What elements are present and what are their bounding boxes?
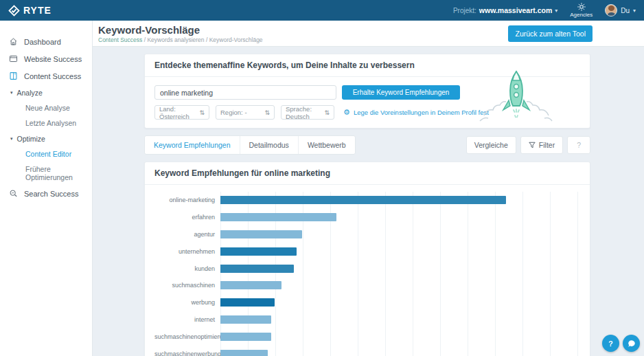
chart-row: erfahren: [154, 209, 580, 226]
tab-keyword-empfehlungen[interactable]: Keyword Empfehlungen: [145, 136, 240, 154]
sidebar-item-label: Search Success: [24, 190, 78, 198]
chat-fab[interactable]: [623, 335, 640, 352]
top-navbar: RYTE Projekt: www.massiveart.com ▾ Agenc…: [0, 0, 644, 21]
bar-label: suchmaschinenwerbung: [154, 351, 220, 356]
agencies-sun-icon: [577, 3, 586, 11]
page-title: Keyword-Vorschläge: [98, 24, 263, 36]
profile-settings-link-label: Lege die Voreinstellungen in Deinem Prof…: [354, 109, 489, 116]
sidebar: Dashboard Website Success Content Succes…: [0, 21, 93, 356]
discover-keywords-panel: Entdecke themenaffine Keywords, um Deine…: [144, 54, 590, 129]
chat-bubble-icon: [628, 340, 636, 348]
sidebar-item-content-success[interactable]: Content Success: [0, 67, 92, 85]
agencies-label: Agencies: [570, 12, 593, 18]
discover-panel-title: Entdecke themenaffine Keywords, um Deine…: [145, 54, 590, 77]
chart-row: online-marketing: [154, 192, 580, 209]
bar-area: [220, 277, 580, 294]
bar-label: agentur: [154, 231, 220, 238]
bar-area: [220, 209, 580, 226]
chart-row: suchmaschinen: [154, 277, 580, 294]
compare-button[interactable]: Vergleiche: [466, 136, 516, 154]
chart-row: internet: [154, 311, 580, 329]
bar-label: internet: [154, 316, 220, 323]
bar-area: [220, 328, 580, 345]
profile-settings-link[interactable]: ⚙ Lege die Voreinstellungen in Deinem Pr…: [343, 109, 489, 116]
back-to-old-tool-button[interactable]: Zurück zum alten Tool: [508, 25, 593, 42]
sidebar-item-search-success[interactable]: Search Success: [0, 185, 92, 202]
breadcrumb-keywords-analysieren[interactable]: Keywords analysieren: [147, 36, 204, 43]
chart-title: Keyword Empfehlungen für online marketin…: [145, 162, 590, 185]
sidebar-item-letzte-analysen[interactable]: Letzte Analysen: [0, 115, 92, 131]
bar-label: werbung: [154, 299, 220, 306]
bar-label: suchmaschinen: [154, 282, 220, 289]
agencies-button[interactable]: Agencies: [570, 3, 593, 18]
keyword-chart-panel: Keyword Empfehlungen für online marketin…: [144, 162, 590, 356]
bar-label: suchmaschinenoptimierung: [154, 333, 220, 340]
get-keyword-recommendations-button[interactable]: Erhalte Keyword Empfehlungen: [342, 85, 460, 100]
sidebar-item-dashboard[interactable]: Dashboard: [0, 33, 92, 50]
view-tabs: Keyword Empfehlungen Detailmodus Wettbew…: [144, 135, 356, 155]
avatar: [605, 4, 617, 16]
bar-area: [220, 345, 580, 356]
sidebar-item-website-success[interactable]: Website Success: [0, 50, 92, 67]
sidebar-item-content-editor[interactable]: Content Editor: [0, 146, 92, 162]
sidebar-item-fruehere-optimierungen[interactable]: Frühere Optimierungen: [0, 162, 92, 185]
search-icon: [9, 189, 18, 198]
bar-area: [220, 192, 580, 209]
chart-row: kunden: [154, 260, 580, 277]
bar[interactable]: [220, 247, 297, 256]
bar-label: unternehmen: [154, 248, 220, 255]
sidebar-group-optimize[interactable]: ▾ Optimize: [0, 131, 92, 146]
floating-buttons: ?: [602, 335, 640, 352]
tab-detailmodus[interactable]: Detailmodus: [240, 136, 298, 154]
updown-arrows-icon: ⇅: [264, 109, 270, 116]
chart-row: agentur: [154, 226, 580, 243]
sidebar-item-neue-analyse[interactable]: Neue Analyse: [0, 100, 92, 115]
bar-area: [220, 294, 580, 311]
region-select-value: Region: -: [220, 109, 247, 116]
user-menu[interactable]: Du ▾: [605, 4, 636, 16]
help-button[interactable]: ?: [567, 136, 590, 154]
project-selector[interactable]: Projekt: www.massiveart.com ▾: [453, 6, 557, 14]
bar[interactable]: [220, 281, 281, 289]
sidebar-item-label: Dashboard: [24, 38, 61, 46]
country-select[interactable]: Land: Österreich ⇅: [154, 105, 209, 120]
main-content: Entdecke themenaffine Keywords, um Deine…: [93, 47, 644, 356]
help-fab[interactable]: ?: [602, 335, 619, 352]
home-icon: [9, 37, 18, 46]
caret-down-icon: ▾: [10, 136, 13, 142]
bar[interactable]: [220, 298, 275, 307]
filter-button[interactable]: Filter: [520, 136, 563, 154]
page-header: Keyword-Vorschläge Content Success / Key…: [93, 21, 644, 47]
bar-label: erfahren: [154, 214, 220, 221]
project-label: Projekt:: [453, 7, 476, 14]
bar-area: [220, 260, 580, 277]
browser-icon: [9, 54, 18, 63]
funnel-icon: [529, 142, 536, 148]
bar-area: [220, 311, 580, 329]
breadcrumb-content-success[interactable]: Content Success: [98, 36, 142, 43]
filter-button-label: Filter: [539, 141, 555, 149]
bar[interactable]: [220, 333, 271, 341]
updown-arrows-icon: ⇅: [324, 109, 330, 116]
sidebar-group-analyze[interactable]: ▾ Analyze: [0, 85, 92, 100]
user-label: Du: [621, 7, 630, 14]
tabs-toolbar-row: Keyword Empfehlungen Detailmodus Wettbew…: [144, 135, 590, 155]
keyword-input[interactable]: [154, 85, 336, 100]
chart-row: werbung: [154, 294, 580, 311]
sidebar-group-label: Optimize: [17, 135, 45, 143]
bar[interactable]: [220, 315, 271, 324]
bar[interactable]: [220, 196, 506, 204]
bar[interactable]: [220, 350, 268, 356]
language-select[interactable]: Sprache: Deutsch ⇅: [281, 105, 334, 120]
tab-wettbewerb[interactable]: Wettbewerb: [298, 136, 355, 154]
sidebar-item-label: Website Success: [24, 55, 82, 63]
bar[interactable]: [220, 265, 294, 273]
breadcrumb-keyword-vorschlaege: Keyword-Vorschläge: [209, 36, 263, 43]
ryte-logo[interactable]: RYTE: [8, 5, 51, 16]
bar[interactable]: [220, 213, 336, 221]
brand-name: RYTE: [23, 5, 51, 16]
chevron-down-icon: ▾: [555, 8, 557, 14]
chart-row: suchmaschinenoptimierung: [154, 328, 580, 345]
bar[interactable]: [220, 230, 302, 238]
region-select[interactable]: Region: - ⇅: [216, 105, 275, 120]
